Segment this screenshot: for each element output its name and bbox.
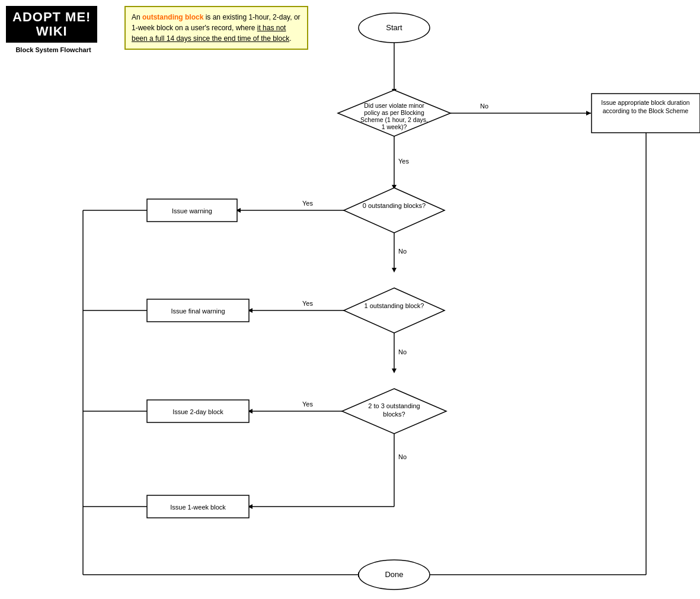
svg-text:Issue 1-week block: Issue 1-week block [170, 504, 226, 511]
svg-marker-9 [392, 268, 397, 273]
svg-marker-37 [344, 188, 445, 233]
svg-text:1 week)?: 1 week)? [382, 123, 407, 130]
no-label2: No [398, 248, 407, 255]
svg-text:policy as per Blocking: policy as per Blocking [364, 109, 424, 116]
svg-text:Issue 2-day block: Issue 2-day block [172, 408, 223, 415]
yes-label1: Yes [398, 158, 409, 165]
svg-text:according to the Block Scheme: according to the Block Scheme [603, 107, 689, 114]
svg-text:Did user violate minor: Did user violate minor [364, 102, 424, 109]
yes-label3: Yes [302, 300, 313, 307]
done-label: Done [385, 570, 403, 579]
svg-text:blocks?: blocks? [383, 411, 405, 418]
flowchart-svg: No Yes Yes No Yes No Yes No [0, 0, 700, 599]
svg-text:Issue appropriate block durati: Issue appropriate block duration [601, 99, 690, 106]
svg-text:1 outstanding block?: 1 outstanding block? [365, 302, 424, 309]
svg-text:Issue final warning: Issue final warning [171, 307, 225, 315]
yes-label2: Yes [302, 200, 313, 207]
no-label3: No [398, 348, 407, 355]
start-label: Start [386, 23, 402, 32]
svg-text:0 outstanding blocks?: 0 outstanding blocks? [363, 202, 426, 209]
no-label1: No [480, 102, 488, 110]
yes-label4: Yes [302, 401, 313, 408]
no-label4: No [398, 453, 407, 460]
svg-marker-41 [344, 288, 445, 333]
svg-marker-3 [586, 111, 591, 116]
svg-text:Issue warning: Issue warning [172, 207, 212, 214]
svg-marker-13 [392, 369, 397, 373]
svg-text:Scheme (1 hour, 2 days,: Scheme (1 hour, 2 days, [360, 116, 428, 123]
svg-text:2 to 3 outstanding: 2 to 3 outstanding [368, 402, 420, 409]
